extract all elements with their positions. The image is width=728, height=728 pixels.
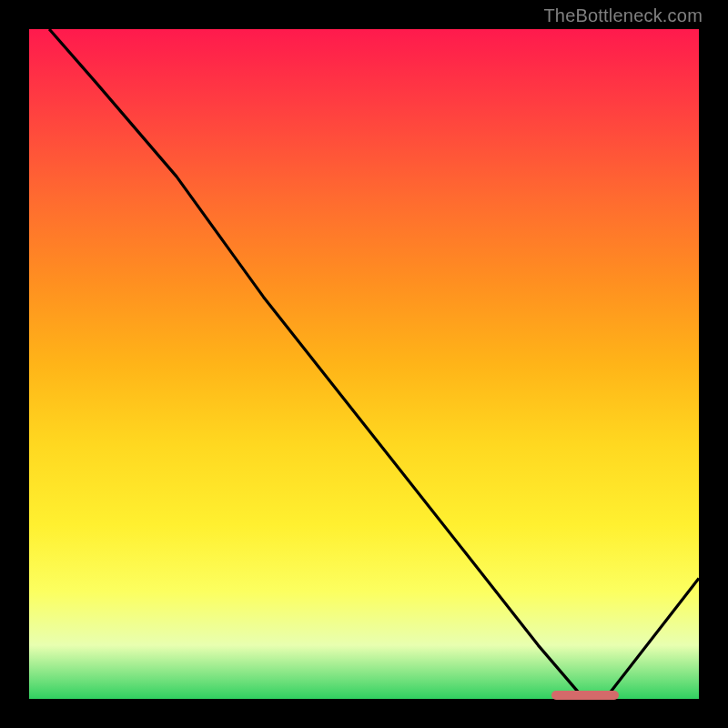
- optimal-range-marker: [551, 691, 619, 700]
- plot-area: [29, 29, 699, 699]
- attribution-label: TheBottleneck.com: [543, 5, 703, 26]
- bottleneck-curve: [29, 29, 699, 699]
- chart-container: TheBottleneck.com: [0, 0, 728, 728]
